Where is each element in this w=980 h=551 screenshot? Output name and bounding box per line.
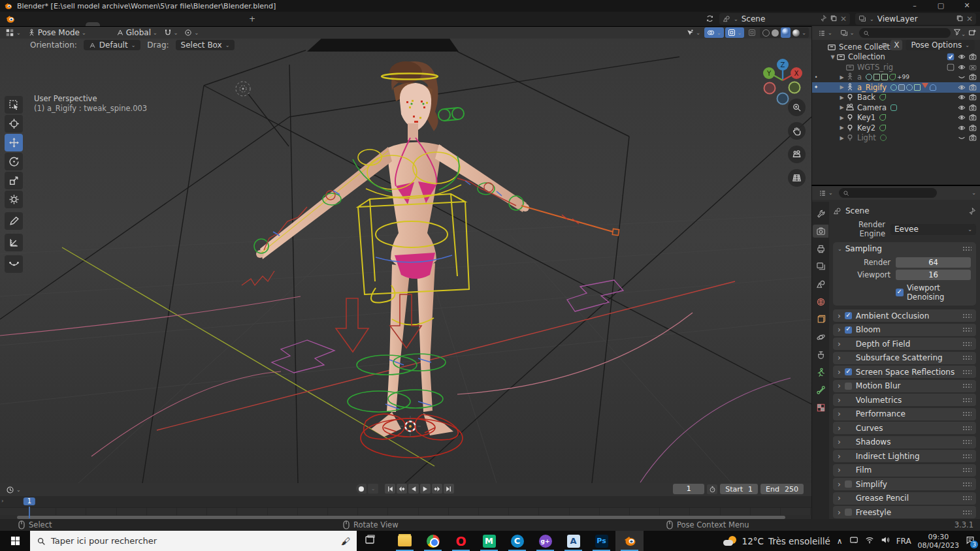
pan-button[interactable] bbox=[788, 122, 806, 140]
expand-arrow-icon[interactable] bbox=[838, 84, 845, 90]
tool-button-annotate[interactable] bbox=[5, 212, 23, 230]
weather-widget[interactable]: 12°C Très ensoleillé bbox=[723, 536, 830, 546]
section-checkbox[interactable] bbox=[845, 383, 852, 390]
check-off-icon[interactable] bbox=[946, 63, 955, 72]
jump-to-end-button[interactable] bbox=[444, 484, 454, 494]
xray-alt-toggle[interactable] bbox=[745, 27, 759, 38]
outliner-row[interactable]: Camera bbox=[812, 102, 980, 113]
cam-x-icon[interactable] bbox=[968, 63, 977, 72]
property-section-header[interactable]: Performance bbox=[833, 408, 976, 420]
properties-tab-texture[interactable] bbox=[813, 401, 828, 414]
wifi-icon[interactable] bbox=[865, 535, 874, 546]
expand-arrow-icon[interactable] bbox=[838, 125, 845, 131]
notification-center-button[interactable]: 3 bbox=[966, 535, 975, 546]
zoom-button[interactable] bbox=[788, 99, 806, 116]
timeline-menu-item[interactable] bbox=[35, 484, 41, 495]
eye-icon[interactable] bbox=[957, 103, 966, 112]
drag-grip-icon[interactable] bbox=[962, 246, 972, 251]
workspace-tab[interactable] bbox=[229, 22, 244, 26]
tool-button-measure[interactable] bbox=[5, 234, 23, 251]
current-frame-badge[interactable]: 1 bbox=[24, 497, 35, 505]
axis-x-neg-button[interactable] bbox=[764, 83, 776, 94]
drag-grip-icon[interactable] bbox=[962, 370, 972, 375]
timeline-track-band[interactable] bbox=[0, 507, 811, 515]
properties-search-input[interactable] bbox=[839, 188, 937, 198]
workspace-tab[interactable] bbox=[129, 22, 143, 26]
section-checkbox[interactable] bbox=[845, 480, 852, 488]
timeline-menu-item[interactable] bbox=[41, 484, 46, 495]
properties-editor-type[interactable]: ⌄ bbox=[816, 188, 836, 198]
property-section-header[interactable]: Depth of Field bbox=[833, 338, 976, 350]
camera-view-button[interactable] bbox=[788, 146, 806, 163]
previous-keyframe-button[interactable] bbox=[397, 484, 407, 494]
properties-tab-tool[interactable] bbox=[813, 207, 828, 220]
area-light-plane[interactable] bbox=[307, 39, 459, 52]
viewport-menu-item[interactable] bbox=[90, 27, 95, 38]
volume-icon[interactable] bbox=[881, 535, 890, 546]
drag-grip-icon[interactable] bbox=[962, 341, 972, 347]
new-collection-button[interactable] bbox=[968, 28, 977, 39]
record-button[interactable] bbox=[356, 484, 367, 494]
editor-type-button[interactable]: ⌄ bbox=[3, 27, 24, 38]
section-checkbox[interactable] bbox=[845, 326, 852, 334]
clock-widget[interactable]: 09:30 08/04/2023 bbox=[918, 533, 959, 550]
property-section-header[interactable]: Screen Space Reflections bbox=[833, 366, 976, 378]
timeline-menu-item[interactable] bbox=[30, 484, 35, 495]
outliner-filter-mode[interactable]: ⌄ bbox=[838, 28, 857, 39]
clear-icon[interactable]: ✕ bbox=[840, 14, 847, 24]
tool-button-pose-curve[interactable] bbox=[5, 255, 23, 273]
shading-dropdown[interactable]: ⌄ bbox=[802, 30, 806, 36]
timeline-editor-type[interactable]: ⌄ bbox=[3, 484, 24, 495]
property-section-header[interactable]: Bloom bbox=[833, 324, 976, 336]
expand-arrow-icon[interactable] bbox=[838, 104, 845, 110]
workspace-tab[interactable] bbox=[215, 22, 229, 26]
drag-grip-icon[interactable] bbox=[962, 510, 972, 515]
cam-icon[interactable] bbox=[968, 113, 977, 122]
cam-icon[interactable] bbox=[968, 133, 977, 142]
section-checkbox[interactable] bbox=[845, 312, 852, 319]
cam-icon[interactable] bbox=[968, 52, 977, 61]
drag-grip-icon[interactable] bbox=[962, 482, 972, 487]
orthographic-toggle-button[interactable] bbox=[788, 169, 806, 187]
outliner-display-mode[interactable]: ⌄ bbox=[815, 28, 835, 39]
drag-grip-icon[interactable] bbox=[962, 454, 972, 459]
outliner-row[interactable]: Key1 bbox=[812, 113, 980, 123]
current-frame-field[interactable]: 1 bbox=[673, 484, 704, 494]
outliner-row[interactable]: a +99 bbox=[812, 72, 980, 83]
copy-icon[interactable] bbox=[830, 14, 838, 22]
section-checkbox[interactable] bbox=[845, 509, 852, 516]
maximize-button[interactable]: ▢ bbox=[928, 0, 954, 12]
tool-button-move[interactable] bbox=[5, 134, 23, 151]
next-keyframe-button[interactable] bbox=[432, 484, 442, 494]
cam-icon[interactable] bbox=[968, 103, 977, 112]
workspace-tab[interactable] bbox=[100, 22, 114, 26]
drag-grip-icon[interactable] bbox=[962, 426, 972, 431]
mirror-x-button[interactable]: X bbox=[890, 40, 902, 50]
render-engine-dropdown[interactable]: Eevee⌄ bbox=[890, 224, 976, 235]
property-section-header[interactable]: Curves bbox=[833, 422, 976, 434]
workspace-tab[interactable] bbox=[143, 22, 157, 26]
axis-z-neg-button[interactable] bbox=[777, 93, 789, 104]
sync-icon[interactable] bbox=[706, 14, 714, 24]
close-button[interactable]: ✕ bbox=[954, 0, 980, 12]
properties-tab-scene[interactable] bbox=[813, 277, 828, 291]
taskbar-app-icon-appa[interactable]: A bbox=[559, 531, 587, 551]
property-section-header[interactable]: Indirect Lighting bbox=[833, 450, 976, 462]
property-section-header[interactable]: Subsurface Scattering bbox=[833, 352, 976, 364]
task-view-button[interactable] bbox=[357, 535, 383, 547]
scene-selector[interactable]: ⌄ Scene ✕ bbox=[719, 13, 850, 25]
taskbar-search-input[interactable]: Taper ici pour rechercher 🖌 bbox=[30, 531, 357, 551]
tool-button-scale[interactable] bbox=[5, 172, 23, 189]
record-options-dropdown[interactable]: ⌄ bbox=[368, 484, 378, 494]
pin-icon[interactable] bbox=[968, 207, 976, 215]
workspace-tab[interactable] bbox=[86, 22, 100, 26]
workspace-tab[interactable] bbox=[114, 22, 129, 26]
timeline-collapse-chevron[interactable]: › bbox=[1, 497, 4, 504]
checkbox-checked-icon[interactable] bbox=[896, 289, 904, 296]
eye-icon[interactable] bbox=[957, 93, 966, 102]
xray-toggle[interactable]: ⌄ bbox=[725, 27, 745, 38]
expand-arrow-icon[interactable] bbox=[838, 135, 845, 141]
add-workspace-button[interactable]: + bbox=[244, 12, 261, 25]
shading-material-button[interactable] bbox=[781, 27, 791, 38]
value-field[interactable]: 16 bbox=[896, 270, 971, 280]
